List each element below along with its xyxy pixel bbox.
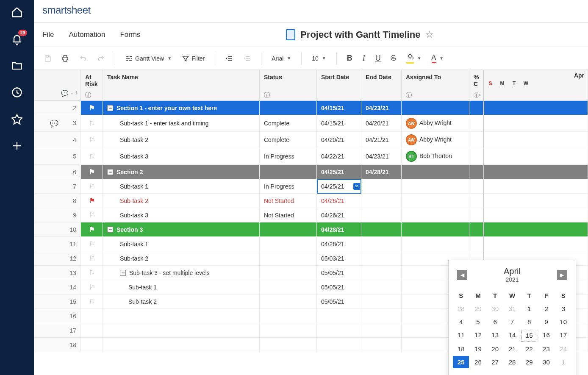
datepicker-day[interactable]: 28 <box>453 303 469 315</box>
end-date-cell[interactable] <box>361 338 402 352</box>
strikethrough-button[interactable]: S <box>388 51 399 65</box>
font-size-selector[interactable]: 10▼ <box>308 53 329 64</box>
table-row[interactable]: 2⚑−Section 1 - enter your own text here0… <box>34 101 588 115</box>
flag-icon[interactable]: ⚐ <box>89 240 95 247</box>
menu-forms[interactable]: Forms <box>120 31 140 39</box>
table-row[interactable]: 4⚐Sub-task 2Complete04/20/2104/21/21AWAb… <box>34 132 588 148</box>
row-number[interactable]: 6 <box>34 165 81 179</box>
start-date-cell[interactable]: 05/05/21 <box>317 294 361 309</box>
risk-cell[interactable]: ⚐ <box>81 294 103 309</box>
add-icon[interactable] <box>11 140 23 152</box>
end-date-cell[interactable] <box>361 222 402 237</box>
datepicker-day[interactable]: 24 <box>555 343 571 355</box>
datepicker-day[interactable]: 6 <box>487 316 503 328</box>
task-name-cell[interactable] <box>103 323 260 338</box>
end-date-cell[interactable] <box>361 294 402 309</box>
table-row[interactable]: 7⚐Sub-task 1In Progress04/25/2131 <box>34 179 588 194</box>
table-row[interactable]: 8⚑Sub-task 2Not Started04/26/21 <box>34 194 588 208</box>
risk-cell[interactable] <box>81 323 103 338</box>
end-date-cell[interactable]: 04/21/21 <box>361 132 402 148</box>
datepicker-day[interactable]: 5 <box>470 316 486 328</box>
row-number[interactable]: 2 <box>34 101 81 115</box>
calendar-trigger-icon[interactable]: 31 <box>353 183 360 190</box>
bold-button[interactable]: B <box>344 51 356 65</box>
assigned-to-cell[interactable] <box>402 165 469 179</box>
flag-icon[interactable]: ⚐ <box>89 283 95 291</box>
status-cell[interactable] <box>260 338 317 352</box>
start-date-cell[interactable]: 04/25/21 <box>317 165 361 179</box>
datepicker-day[interactable]: 9 <box>538 316 554 328</box>
risk-cell[interactable]: ⚐ <box>81 280 103 294</box>
menu-automation[interactable]: Automation <box>69 31 105 39</box>
row-number[interactable]: 13 <box>34 266 81 280</box>
row-number[interactable]: 12 <box>34 251 81 266</box>
datepicker-day[interactable]: 2 <box>538 303 554 315</box>
end-date-cell[interactable] <box>361 194 402 208</box>
start-date-cell[interactable]: 04/20/21 <box>317 132 361 148</box>
flag-icon[interactable]: ⚐ <box>89 269 95 276</box>
risk-cell[interactable]: ⚐ <box>81 179 103 194</box>
header-end-date[interactable]: End Date <box>361 70 402 101</box>
status-cell[interactable] <box>260 222 317 237</box>
datepicker-day[interactable]: 27 <box>487 356 503 368</box>
datepicker-prev-button[interactable]: ◀ <box>457 270 467 280</box>
start-date-cell[interactable]: 05/05/21 <box>317 280 361 294</box>
table-row[interactable]: 💬 3⚐Sub-task 1 - enter task and timingCo… <box>34 115 588 132</box>
assigned-to-cell[interactable] <box>402 101 469 115</box>
row-number[interactable]: 16 <box>34 309 81 323</box>
row-number[interactable]: 9 <box>34 208 81 222</box>
end-date-cell[interactable]: 04/28/21 <box>361 165 402 179</box>
risk-cell[interactable]: ⚑ <box>81 222 103 237</box>
start-date-cell[interactable]: 04/26/21 <box>317 194 361 208</box>
datepicker-day[interactable]: 10 <box>555 316 571 328</box>
font-selector[interactable]: Arial▼ <box>268 53 294 64</box>
end-date-cell[interactable] <box>361 266 402 280</box>
start-date-cell[interactable]: 04/15/21 <box>317 115 361 132</box>
flag-icon[interactable]: ⚐ <box>89 136 95 144</box>
datepicker-day[interactable]: 17 <box>555 329 571 342</box>
percent-complete-cell[interactable] <box>469 101 484 115</box>
row-number[interactable]: 8 <box>34 194 81 208</box>
datepicker-day[interactable]: 22 <box>521 343 537 355</box>
row-number[interactable]: 17 <box>34 323 81 338</box>
risk-cell[interactable]: ⚐ <box>81 266 103 280</box>
status-cell[interactable]: Not Started <box>260 208 317 222</box>
datepicker-day[interactable]: 23 <box>538 343 554 355</box>
favorites-icon[interactable] <box>11 113 23 125</box>
task-name-cell[interactable]: Sub-task 1 <box>103 280 260 294</box>
risk-cell[interactable]: ⚐ <box>81 251 103 266</box>
task-name-cell[interactable]: −Section 3 <box>103 222 260 237</box>
end-date-cell[interactable]: 04/23/21 <box>361 148 402 165</box>
start-date-cell[interactable]: 04/26/21 <box>317 208 361 222</box>
folder-icon[interactable] <box>11 60 23 72</box>
task-name-cell[interactable]: Sub-task 2 <box>103 294 260 309</box>
datepicker-day[interactable]: 13 <box>487 329 503 342</box>
datepicker-day[interactable]: 1 <box>521 303 537 315</box>
datepicker-day[interactable]: 30 <box>487 303 503 315</box>
status-cell[interactable]: Complete <box>260 115 317 132</box>
flag-icon[interactable]: ⚐ <box>89 183 95 190</box>
gantt-cell[interactable] <box>484 194 588 208</box>
datepicker-next-button[interactable]: ▶ <box>557 270 567 280</box>
collapse-toggle[interactable]: − <box>107 169 113 175</box>
view-switcher[interactable]: Gantt View▼ <box>122 52 175 65</box>
notifications-icon[interactable]: 29 <box>11 33 23 45</box>
end-date-cell[interactable] <box>361 179 402 194</box>
task-name-cell[interactable]: Sub-task 2 <box>103 132 260 148</box>
start-date-cell[interactable] <box>317 323 361 338</box>
task-name-cell[interactable]: −Section 2 <box>103 165 260 179</box>
percent-complete-cell[interactable] <box>469 165 484 179</box>
start-date-cell[interactable]: 04/22/21 <box>317 148 361 165</box>
datepicker-day[interactable]: 18 <box>453 343 469 355</box>
datepicker-day[interactable]: 25 <box>453 356 469 368</box>
assigned-to-cell[interactable]: AWAbby Wright <box>402 115 469 132</box>
start-date-cell[interactable]: 04/28/21 <box>317 237 361 251</box>
task-name-cell[interactable]: Sub-task 1 <box>103 179 260 194</box>
percent-complete-cell[interactable] <box>469 194 484 208</box>
status-cell[interactable] <box>260 309 317 323</box>
row-number[interactable]: 💬 3 <box>34 115 81 132</box>
recent-icon[interactable] <box>11 86 23 98</box>
percent-complete-cell[interactable] <box>469 132 484 148</box>
assigned-to-cell[interactable] <box>402 179 469 194</box>
italic-button[interactable]: I <box>359 51 369 65</box>
